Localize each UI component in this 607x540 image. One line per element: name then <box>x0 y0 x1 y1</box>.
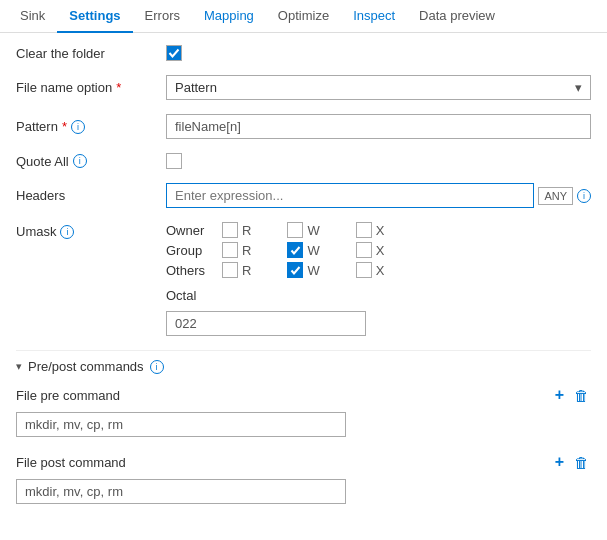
umask-owner-x-checkbox[interactable] <box>356 222 372 238</box>
octal-label: Octal <box>166 288 591 303</box>
umask-row: Umask i Owner R W <box>16 222 591 336</box>
file-pre-command-input-row <box>16 412 591 437</box>
file-post-command-actions: + 🗑 <box>553 451 591 473</box>
umask-group-x-checkbox[interactable] <box>356 242 372 258</box>
umask-r-label: R <box>242 223 251 238</box>
file-pre-command-actions: + 🗑 <box>553 384 591 406</box>
umask-group-x-cell: X <box>356 242 385 258</box>
file-pre-command-label: File pre command <box>16 388 166 403</box>
umask-group-r-cell: R <box>222 242 251 258</box>
tab-bar: Sink Settings Errors Mapping Optimize In… <box>0 0 607 33</box>
tab-settings[interactable]: Settings <box>57 0 132 33</box>
tab-inspect[interactable]: Inspect <box>341 0 407 33</box>
tab-errors[interactable]: Errors <box>133 0 192 33</box>
trash-icon: 🗑 <box>574 387 589 404</box>
pattern-row: Pattern * i <box>16 114 591 139</box>
umask-others-r-cell: R <box>222 262 251 278</box>
umask-info-icon[interactable]: i <box>60 225 74 239</box>
octal-input[interactable] <box>166 311 366 336</box>
quote-all-row: Quote All i <box>16 153 591 169</box>
umask-others-w-cell: W <box>287 262 319 278</box>
quote-all-control <box>166 153 591 169</box>
file-post-command-input-row <box>16 479 591 504</box>
file-post-command-row: File post command + 🗑 <box>16 451 591 473</box>
pre-post-info-icon[interactable]: i <box>150 360 164 374</box>
umask-others-r-checkbox[interactable] <box>222 262 238 278</box>
section-chevron-icon: ▾ <box>16 360 22 373</box>
umask-others-label: Others <box>166 263 214 278</box>
quote-all-checkbox[interactable] <box>166 153 182 169</box>
umask-owner-w-checkbox[interactable] <box>287 222 303 238</box>
headers-label: Headers <box>16 188 166 203</box>
umask-group-w-cell: W <box>287 242 319 258</box>
plus-icon2: + <box>555 453 564 470</box>
umask-w-label: W <box>307 223 319 238</box>
umask-r-label2: R <box>242 243 251 258</box>
divider1 <box>16 350 591 351</box>
umask-owner-row: Owner R W X <box>166 222 591 238</box>
file-post-command-add-button[interactable]: + <box>553 451 566 473</box>
file-pre-command-row: File pre command + 🗑 <box>16 384 591 406</box>
headers-row: Headers ANY i <box>16 183 591 208</box>
clear-folder-label: Clear the folder <box>16 46 166 61</box>
umask-x-label2: X <box>376 243 385 258</box>
chevron-down-icon: ▾ <box>575 80 582 95</box>
pre-post-section-header[interactable]: ▾ Pre/post commands i <box>16 359 591 374</box>
tab-optimize[interactable]: Optimize <box>266 0 341 33</box>
settings-form: Clear the folder File name option * Patt… <box>0 33 607 530</box>
umask-group-w-checkbox[interactable] <box>287 242 303 258</box>
umask-w-label3: W <box>307 263 319 278</box>
tab-sink[interactable]: Sink <box>8 0 57 33</box>
pre-post-section-label: Pre/post commands <box>28 359 144 374</box>
umask-owner-r-cell: R <box>222 222 251 238</box>
clear-folder-row: Clear the folder <box>16 45 591 61</box>
headers-info-icon[interactable]: i <box>577 189 591 203</box>
tab-mapping[interactable]: Mapping <box>192 0 266 33</box>
headers-expression-input[interactable] <box>166 183 534 208</box>
umask-r-label3: R <box>242 263 251 278</box>
umask-group-row: Group R W <box>166 242 591 258</box>
file-name-option-control: Pattern ▾ <box>166 75 591 100</box>
umask-x-label3: X <box>376 263 385 278</box>
umask-group-label: Group <box>166 243 214 258</box>
pattern-input[interactable] <box>166 114 591 139</box>
quote-all-info-icon[interactable]: i <box>73 154 87 168</box>
umask-others-w-checkbox[interactable] <box>287 262 303 278</box>
plus-icon: + <box>555 386 564 403</box>
octal-section: Octal <box>166 288 591 336</box>
expression-row: ANY i <box>166 183 591 208</box>
umask-others-x-cell: X <box>356 262 385 278</box>
umask-owner-r-checkbox[interactable] <box>222 222 238 238</box>
required-marker: * <box>116 80 121 95</box>
pattern-control <box>166 114 591 139</box>
clear-folder-checkbox[interactable] <box>166 45 182 61</box>
any-badge: ANY <box>538 187 573 205</box>
clear-folder-control <box>166 45 591 61</box>
umask-others-x-checkbox[interactable] <box>356 262 372 278</box>
umask-grid: Owner R W X <box>166 222 591 336</box>
umask-others-row: Others R W <box>166 262 591 278</box>
umask-owner-label: Owner <box>166 223 214 238</box>
umask-x-label: X <box>376 223 385 238</box>
pattern-label: Pattern * i <box>16 119 166 134</box>
umask-w-label2: W <box>307 243 319 258</box>
umask-owner-x-cell: X <box>356 222 385 238</box>
umask-control: Owner R W X <box>166 222 591 336</box>
file-name-option-row: File name option * Pattern ▾ <box>16 75 591 100</box>
required-marker2: * <box>62 119 67 134</box>
file-pre-command-input[interactable] <box>16 412 346 437</box>
file-name-option-select[interactable]: Pattern ▾ <box>166 75 591 100</box>
headers-control: ANY i <box>166 183 591 208</box>
file-post-command-label: File post command <box>16 455 166 470</box>
trash-icon2: 🗑 <box>574 454 589 471</box>
pattern-info-icon[interactable]: i <box>71 120 85 134</box>
quote-all-label: Quote All i <box>16 154 166 169</box>
umask-group-r-checkbox[interactable] <box>222 242 238 258</box>
file-post-command-input[interactable] <box>16 479 346 504</box>
file-pre-command-delete-button[interactable]: 🗑 <box>572 385 591 406</box>
file-post-command-delete-button[interactable]: 🗑 <box>572 452 591 473</box>
file-pre-command-add-button[interactable]: + <box>553 384 566 406</box>
umask-label: Umask i <box>16 222 166 239</box>
tab-data-preview[interactable]: Data preview <box>407 0 507 33</box>
umask-owner-w-cell: W <box>287 222 319 238</box>
